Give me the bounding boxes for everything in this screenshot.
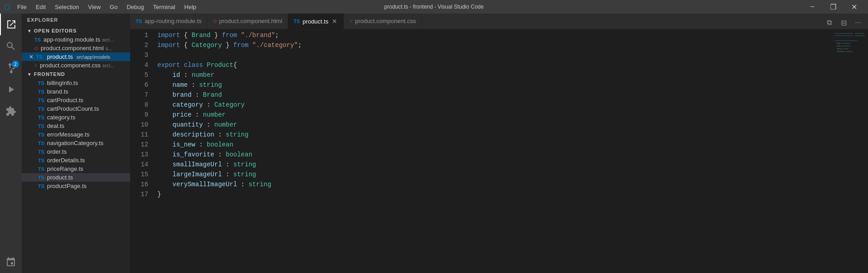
tab-bar: TS app-routing.module.ts ◇ product.compo… (130, 14, 868, 29)
editor-area: TS app-routing.module.ts ◇ product.compo… (130, 14, 868, 273)
file-billingInfo[interactable]: TS billingInfo.ts (22, 79, 130, 87)
ts-icon: TS (38, 132, 44, 137)
ts-icon: TS (38, 149, 44, 155)
svg-rect-9 (837, 48, 841, 49)
tab-label: app-routing.module.ts (145, 18, 202, 24)
minimize-button[interactable]: − (802, 0, 823, 14)
open-file-product-ts[interactable]: ✕ TS product.ts src\app\models (22, 52, 130, 61)
split-editor-button[interactable]: ⧉ (823, 16, 835, 29)
filename: navigationCategory.ts (47, 140, 104, 146)
menu-terminal[interactable]: Terminal (149, 3, 179, 11)
maximize-button[interactable]: ❐ (823, 0, 844, 14)
code-line-5: id : number (157, 70, 832, 80)
file-deal[interactable]: TS deal.ts (22, 122, 130, 130)
window-controls: − ❐ ✕ (802, 0, 864, 14)
file-path: src\... (102, 37, 114, 42)
open-file-app-routing[interactable]: TS app-routing.module.ts src\... (22, 35, 130, 44)
menu-bar: File Edit Selection View Go Debug Termin… (14, 3, 200, 11)
ts-icon: TS (38, 158, 44, 163)
menu-edit[interactable]: Edit (32, 3, 49, 11)
open-editors-section[interactable]: ▼ OPEN EDITORS (22, 26, 130, 35)
activity-source-control[interactable]: 2 (0, 57, 22, 79)
file-category[interactable]: TS category.ts (22, 113, 130, 122)
open-file-name: app-routing.module.ts (43, 36, 100, 43)
code-line-9: price : number (157, 110, 832, 120)
file-order[interactable]: TS order.ts (22, 147, 130, 156)
svg-rect-12 (845, 51, 853, 52)
window-title: product.ts - frontend - Visual Studio Co… (384, 4, 484, 10)
code-line-1: import { Brand } from "./brand"; (157, 30, 832, 40)
tab-app-routing[interactable]: TS app-routing.module.ts (130, 14, 208, 29)
svg-rect-1 (855, 33, 864, 34)
svg-rect-3 (855, 35, 865, 36)
filename: deal.ts (47, 122, 64, 129)
code-editor[interactable]: import { Brand } from "./brand"; import … (153, 29, 832, 273)
open-file-name: product.ts (47, 53, 73, 60)
tab-label: product.ts (302, 18, 328, 25)
ts-tab-icon: TS (136, 19, 142, 24)
code-line-10: quantity : number (157, 120, 832, 130)
activity-run[interactable] (0, 79, 22, 100)
open-file-product-html[interactable]: ◇ product.component.html s... (22, 44, 130, 52)
title-bar-left: ⬡ File Edit Selection View Go Debug Term… (4, 3, 200, 11)
filename: cartProduct.ts (47, 97, 83, 104)
activity-remote[interactable] (0, 251, 22, 273)
file-navigationCategory[interactable]: TS navigationCategory.ts (22, 139, 130, 147)
open-file-product-css[interactable]: # product.component.css src\... (22, 61, 130, 70)
ts-icon: TS (38, 184, 44, 189)
tab-close-button[interactable]: ✕ (331, 18, 338, 25)
svg-rect-6 (841, 43, 850, 44)
ts-icon: TS (38, 89, 44, 94)
css-tab-icon: # (349, 19, 352, 24)
title-bar: ⬡ File Edit Selection View Go Debug Term… (0, 0, 868, 14)
filename: errorMessage.ts (47, 131, 90, 138)
menu-help[interactable]: Help (181, 3, 200, 11)
file-cartProduct[interactable]: TS cartProduct.ts (22, 96, 130, 104)
file-cartProductCount[interactable]: TS cartProductCount.ts (22, 104, 130, 113)
activity-bar: 2 (0, 14, 22, 273)
code-line-8: category : Category (157, 100, 832, 110)
tab-product-css[interactable]: # product.component.css (344, 14, 422, 29)
activity-explorer[interactable] (0, 14, 22, 35)
ts-icon: TS (38, 141, 44, 146)
menu-selection[interactable]: Selection (51, 3, 82, 11)
file-product[interactable]: TS product.ts (22, 173, 130, 182)
close-button[interactable]: ✕ (844, 0, 864, 14)
filename: orderDetails.ts (47, 157, 85, 164)
more-actions-button[interactable]: ··· (852, 16, 864, 29)
code-line-13: is_favorite : boolean (157, 150, 832, 160)
tab-product-html[interactable]: ◇ product.component.html (208, 14, 288, 29)
open-file-name: product.component.css (40, 62, 100, 69)
close-icon[interactable]: ✕ (29, 54, 33, 60)
menu-view[interactable]: View (85, 3, 104, 11)
filename: category.ts (47, 114, 75, 121)
activity-search[interactable] (0, 35, 22, 57)
frontend-label: FRONTEND (34, 71, 65, 77)
editor-content: 1 2 3 4 5 6 7 8 9 10 11 12 13 14 15 16 1… (130, 29, 868, 273)
ts-icon: TS (38, 106, 44, 112)
code-line-15: largeImageUrl : string (157, 169, 832, 179)
menu-go[interactable]: Go (106, 3, 121, 11)
ts-tab-icon: TS (293, 19, 300, 24)
file-tree: TS billingInfo.ts TS brand.ts TS cartPro… (22, 79, 130, 273)
file-brand[interactable]: TS brand.ts (22, 87, 130, 96)
code-line-2: import { Category } from "./category"; (157, 40, 832, 50)
menu-file[interactable]: File (14, 3, 30, 11)
file-errorMessage[interactable]: TS errorMessage.ts (22, 130, 130, 139)
filename: brand.ts (47, 88, 68, 95)
file-orderDetails[interactable]: TS orderDetails.ts (22, 156, 130, 165)
minimap (832, 29, 868, 273)
ts-icon: TS (38, 175, 44, 180)
css-file-icon: # (34, 63, 37, 68)
menu-debug[interactable]: Debug (123, 3, 147, 11)
open-file-name: product.component.html (41, 45, 104, 52)
code-line-11: description : string (157, 130, 832, 140)
activity-extensions[interactable] (0, 100, 22, 122)
toggle-panel-button[interactable]: ⊟ (837, 16, 850, 29)
file-path: src\... (103, 63, 115, 68)
tab-product-ts[interactable]: TS product.ts ✕ (288, 14, 344, 29)
file-priceRange[interactable]: TS priceRange.ts (22, 165, 130, 173)
file-productPage[interactable]: TS productPage.ts (22, 182, 130, 190)
frontend-section[interactable]: ▼ FRONTEND (22, 70, 130, 79)
svg-rect-10 (842, 48, 849, 49)
